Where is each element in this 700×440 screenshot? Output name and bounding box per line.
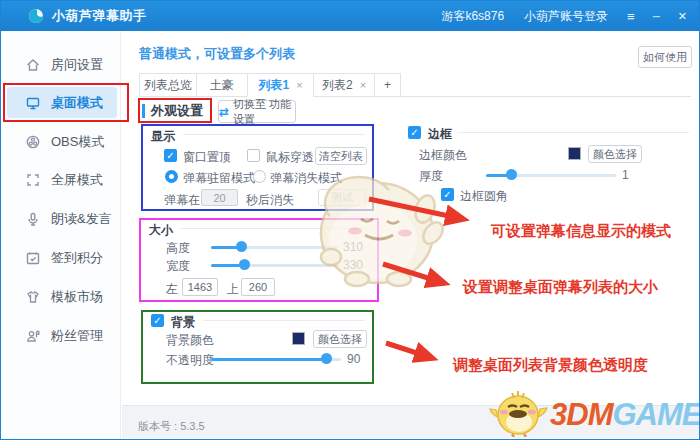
border-enable-checkbox[interactable]: ✓	[408, 126, 421, 139]
danmaku-disappear-mode-label: 弹幕消失模式	[270, 170, 342, 187]
divider	[203, 320, 365, 321]
divider	[183, 134, 365, 135]
mouse-through-label: 鼠标穿透	[266, 149, 314, 166]
app-title: 小葫芦弹幕助手	[52, 7, 147, 25]
thickness-value: 1	[622, 168, 629, 182]
background-color-swatch[interactable]	[292, 332, 305, 345]
display-section-title: 显示	[151, 128, 175, 145]
3dmgame-logo: 3DM GAME	[486, 387, 700, 437]
page-title: 普通模式，可设置多个列表	[139, 45, 295, 63]
thickness-slider[interactable]	[486, 168, 616, 181]
danmaku-stay-mode-radio[interactable]	[165, 170, 178, 183]
close-icon[interactable]: ✕	[678, 10, 687, 23]
seconds-input	[201, 189, 238, 206]
switch-to-function-settings-button[interactable]: ⇄ 切换至 功能设置	[218, 100, 296, 123]
sidebar-item-obs-mode[interactable]: OBS模式	[7, 126, 117, 157]
tab-tuhao[interactable]: 土豪	[196, 73, 248, 97]
sidebar-item-label: 房间设置	[51, 56, 103, 74]
thickness-label: 厚度	[419, 168, 443, 185]
border-rounded-checkbox[interactable]: ✓	[441, 188, 454, 201]
size-section-title: 大小	[149, 222, 173, 239]
sidebar-item-label: 全屏模式	[51, 171, 103, 189]
tab-close-icon[interactable]: ×	[296, 79, 302, 91]
titlebar: 小葫芦弹幕助手 游客k6s876 小葫芦账号登录 ≡ ─ ✕	[1, 1, 699, 31]
swap-icon: ⇄	[219, 105, 229, 119]
sidebar-item-label: OBS模式	[51, 133, 104, 151]
opacity-slider[interactable]	[211, 352, 341, 365]
app-window: 小葫芦弹幕助手 游客k6s876 小葫芦账号登录 ≡ ─ ✕ 房间设置 桌面模式…	[0, 0, 700, 440]
test-button[interactable]: 测试	[318, 189, 366, 206]
border-color-label: 边框颜色	[419, 147, 467, 164]
divider	[457, 132, 689, 133]
sidebar-item-checkin-points[interactable]: 签到积分	[7, 242, 117, 273]
danmaku-seconds-suffix: 秒后消失	[246, 192, 294, 209]
width-slider[interactable]	[211, 258, 339, 271]
width-value: 330	[343, 258, 363, 272]
sidebar: 房间设置 桌面模式 OBS模式 全屏模式 朗读&发言 签到积分 模板市场 粉丝	[1, 31, 121, 440]
sidebar-item-label: 模板市场	[51, 288, 103, 306]
sidebar-item-template-market[interactable]: 模板市场	[7, 281, 117, 312]
background-section-title: 背景	[171, 314, 195, 331]
microphone-icon	[25, 211, 41, 227]
home-icon	[25, 57, 41, 73]
height-label: 高度	[166, 240, 190, 257]
danmaku-stay-mode-label: 弹幕驻留模式	[183, 170, 255, 187]
top-position-input[interactable]	[241, 278, 275, 296]
danmaku-seconds-prefix: 弹幕在	[164, 192, 200, 209]
arrow-display-mode	[369, 199, 463, 219]
border-color-swatch[interactable]	[568, 147, 581, 160]
window-on-top-checkbox[interactable]: ✓	[164, 149, 177, 162]
sidebar-item-desktop-mode[interactable]: 桌面模式	[7, 87, 117, 118]
border-rounded-label: 边框圆角	[460, 188, 508, 205]
mouse-through-checkbox[interactable]	[247, 149, 260, 162]
sidebar-item-fans-management[interactable]: 粉丝管理	[7, 320, 117, 351]
tab-list2[interactable]: 列表2×	[313, 73, 375, 97]
tab-list1[interactable]: 列表1×	[247, 73, 314, 97]
logo-game-text: GAME	[612, 393, 700, 437]
sidebar-item-label: 朗读&发言	[51, 210, 112, 228]
calendar-check-icon	[25, 250, 41, 266]
arrow-background	[386, 343, 432, 358]
sidebar-item-label: 粉丝管理	[51, 327, 103, 345]
border-color-picker-button[interactable]: 颜色选择	[588, 145, 642, 163]
account-login-link[interactable]: 小葫芦账号登录	[524, 8, 608, 25]
tab-add-button[interactable]: +	[374, 73, 401, 97]
chick-mascot-icon	[486, 387, 550, 437]
desktop-icon	[25, 95, 41, 111]
active-indicator	[142, 104, 145, 118]
app-logo-icon	[28, 8, 44, 24]
tab-list-overview[interactable]: 列表总览	[139, 73, 197, 97]
list-tabbar: 列表总览 土豪 列表1× 列表2× +	[139, 71, 691, 97]
guest-account-label[interactable]: 游客k6s876	[441, 8, 504, 25]
background-color-picker-button[interactable]: 颜色选择	[313, 330, 367, 348]
sidebar-item-room-settings[interactable]: 房间设置	[7, 49, 117, 80]
sidebar-item-fullscreen-mode[interactable]: 全屏模式	[7, 164, 117, 195]
height-slider[interactable]	[211, 240, 339, 253]
tshirt-icon	[25, 289, 41, 305]
obs-icon	[25, 134, 41, 150]
left-position-input[interactable]	[182, 278, 218, 296]
minimize-icon[interactable]: ─	[653, 11, 660, 22]
arrow-size	[383, 264, 444, 283]
logo-3dm-text: 3DM	[550, 393, 612, 437]
width-label: 宽度	[166, 258, 190, 275]
sidebar-item-read-speak[interactable]: 朗读&发言	[7, 203, 117, 234]
clear-list-button[interactable]: 清空列表	[315, 147, 367, 165]
appearance-settings-tab[interactable]: 外观设置	[138, 98, 212, 123]
sidebar-item-label: 桌面模式	[51, 94, 103, 112]
tab-close-icon[interactable]: ×	[360, 79, 366, 91]
opacity-label: 不透明度	[166, 352, 214, 369]
annotation-background: 调整桌面列表背景颜色透明度	[453, 356, 648, 375]
menu-icon[interactable]: ≡	[627, 9, 635, 24]
version-label: 版本号 : 5.3.5	[138, 419, 205, 434]
how-to-use-button[interactable]: 如何使用	[638, 46, 692, 68]
border-section-title: 边框	[428, 126, 452, 143]
danmaku-disappear-mode-radio[interactable]	[253, 170, 266, 183]
window-on-top-label: 窗口置顶	[183, 149, 231, 166]
annotation-display-mode: 可设置弹幕信息显示的模式	[491, 222, 671, 241]
top-position-label: 上	[227, 281, 239, 298]
fans-icon	[25, 328, 41, 344]
divider	[181, 228, 369, 229]
background-enable-checkbox[interactable]: ✓	[151, 314, 164, 327]
height-value: 310	[343, 240, 363, 254]
